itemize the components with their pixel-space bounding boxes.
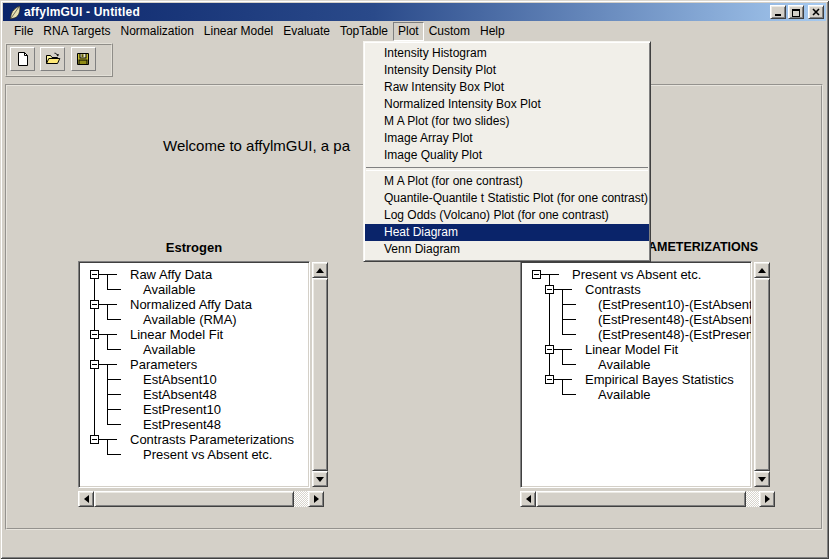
plot-menu-item-quantile-quantile-t-statistic-plot-for-one-contrast[interactable]: Quantile-Quantile t Statistic Plot (for … <box>365 190 649 207</box>
tree-expander-minus[interactable] <box>90 435 99 444</box>
tree-item-available[interactable]: Available <box>143 282 196 297</box>
plot-menu-item-venn-diagram[interactable]: Venn Diagram <box>365 241 649 258</box>
scroll-up-button[interactable] <box>754 262 770 278</box>
menubar-item-toptable[interactable]: TopTable <box>335 22 393 41</box>
tree-item-parameters[interactable]: Parameters <box>130 357 197 372</box>
scroll-up-button[interactable] <box>312 262 328 278</box>
tree-item-estpresent48[interactable]: EstPresent48 <box>143 417 221 432</box>
tree-item-contrasts[interactable]: Contrasts <box>585 282 641 297</box>
tree-expander-minus[interactable] <box>532 270 541 279</box>
plot-menu-item-log-odds-volcano-plot-for-one-contrast[interactable]: Log Odds (Volcano) Plot (for one contras… <box>365 207 649 224</box>
plot-menu-item-intensity-density-plot[interactable]: Intensity Density Plot <box>365 62 649 79</box>
contrasts-tree-box[interactable]: Present vs Absent etc.Contrasts(EstPrese… <box>520 261 752 488</box>
menubar-item-linear-model[interactable]: Linear Model <box>199 22 278 41</box>
menubar-item-help[interactable]: Help <box>475 22 510 41</box>
scroll-right-button[interactable] <box>308 491 324 507</box>
tree-expander-minus[interactable] <box>545 285 554 294</box>
plot-menu: Intensity HistogramIntensity Density Plo… <box>363 41 651 262</box>
tree-connector-line <box>562 394 576 395</box>
plot-menu-item-intensity-histogram[interactable]: Intensity Histogram <box>365 45 649 62</box>
tree-connector-line <box>99 364 117 365</box>
tree-item-available[interactable]: Available <box>598 357 651 372</box>
contrasts-tree-hscrollbar[interactable] <box>520 491 775 507</box>
tree-connector-line <box>99 334 117 335</box>
menubar-item-rna-targets[interactable]: RNA Targets <box>38 22 115 41</box>
maximize-button[interactable] <box>788 5 804 19</box>
tree-connector-line <box>107 439 108 454</box>
hscroll-thumb[interactable] <box>536 491 746 507</box>
tree-item-estpresent48-estpresent10[interactable]: (EstPresent48)-(EstPresent10) <box>598 327 752 342</box>
menubar-item-file[interactable]: File <box>9 22 38 41</box>
tree-item-estpresent10[interactable]: EstPresent10 <box>143 402 221 417</box>
tree-connector-line <box>554 349 572 350</box>
tree-item-raw-affy-data[interactable]: Raw Affy Data <box>130 267 212 282</box>
tree-item-available[interactable]: Available <box>143 342 196 357</box>
tree-connector-line <box>99 304 117 305</box>
tree-item-present-vs-absent-etc[interactable]: Present vs Absent etc. <box>143 447 272 462</box>
scroll-down-button[interactable] <box>754 471 770 487</box>
estrogen-tree-canvas: Raw Affy DataAvailableNormalized Affy Da… <box>82 267 307 485</box>
menu-bar: FileRNA TargetsNormalizationLinear Model… <box>3 21 826 41</box>
tree-item-normalized-affy-data[interactable]: Normalized Affy Data <box>130 297 252 312</box>
hscroll-thumb[interactable] <box>94 491 294 507</box>
tree-item-present-vs-absent-etc[interactable]: Present vs Absent etc. <box>572 267 701 282</box>
tree-item-linear-model-fit[interactable]: Linear Model Fit <box>585 342 678 357</box>
plot-menu-item-image-quality-plot[interactable]: Image Quality Plot <box>365 147 649 164</box>
vscroll-thumb[interactable] <box>754 278 770 471</box>
plot-menu-item-normalized-intensity-box-plot[interactable]: Normalized Intensity Box Plot <box>365 96 649 113</box>
minimize-button[interactable] <box>770 5 786 19</box>
menubar-item-plot[interactable]: Plot <box>393 22 424 41</box>
menubar-item-normalization[interactable]: Normalization <box>116 22 199 41</box>
scroll-right-button[interactable] <box>759 491 775 507</box>
scroll-down-button[interactable] <box>312 471 328 487</box>
tree-expander-minus[interactable] <box>90 300 99 309</box>
triangle-left-icon <box>526 495 531 503</box>
welcome-text: Welcome to affylmGUI, a pa <box>163 137 350 154</box>
tree-item-available[interactable]: Available <box>598 387 651 402</box>
menubar-item-custom[interactable]: Custom <box>424 22 475 41</box>
tree-item-available-rma[interactable]: Available (RMA) <box>143 312 237 327</box>
tree-connector-line <box>562 319 576 320</box>
plot-menu-item-heat-diagram[interactable]: Heat Diagram <box>365 224 649 241</box>
scroll-left-button[interactable] <box>78 491 94 507</box>
tree-connector-line <box>94 274 95 439</box>
tree-connector-line <box>107 454 121 455</box>
triangle-up-icon <box>316 268 324 273</box>
new-file-button[interactable] <box>10 47 35 71</box>
tree-connector-line <box>107 424 121 425</box>
tree-connector-line <box>99 439 117 440</box>
contrasts-tree-vscrollbar[interactable] <box>754 262 770 487</box>
tree-item-linear-model-fit[interactable]: Linear Model Fit <box>130 327 223 342</box>
vscroll-thumb[interactable] <box>312 278 328 471</box>
contrasts-panel-title: AMETERIZATIONS <box>648 240 758 254</box>
plot-menu-item-raw-intensity-box-plot[interactable]: Raw Intensity Box Plot <box>365 79 649 96</box>
feather-app-icon <box>7 5 22 20</box>
scroll-left-button[interactable] <box>520 491 536 507</box>
plot-menu-item-image-array-plot[interactable]: Image Array Plot <box>365 130 649 147</box>
tree-expander-minus[interactable] <box>90 270 99 279</box>
tree-item-estpresent48-estabsent48[interactable]: (EstPresent48)-(EstAbsent48) <box>598 312 752 327</box>
estrogen-tree-vscrollbar[interactable] <box>312 262 328 487</box>
tree-expander-minus[interactable] <box>90 360 99 369</box>
open-file-button[interactable] <box>40 47 65 71</box>
tree-connector-line <box>541 274 559 275</box>
plot-menu-item-m-a-plot-for-one-contrast[interactable]: M A Plot (for one contrast) <box>365 173 649 190</box>
triangle-right-icon <box>314 495 319 503</box>
tree-item-empirical-bayes-statistics[interactable]: Empirical Bayes Statistics <box>585 372 734 387</box>
open-folder-icon <box>45 51 61 67</box>
tree-item-estpresent10-estabsent10[interactable]: (EstPresent10)-(EstAbsent10) <box>598 297 752 312</box>
tree-item-estabsent10[interactable]: EstAbsent10 <box>143 372 217 387</box>
app-window: affylmGUI - Untitled FileRNA TargetsNorm… <box>0 0 829 559</box>
tree-expander-minus[interactable] <box>90 330 99 339</box>
tree-expander-minus[interactable] <box>545 375 554 384</box>
estrogen-tree-box[interactable]: Raw Affy DataAvailableNormalized Affy Da… <box>78 261 310 488</box>
tree-item-estabsent48[interactable]: EstAbsent48 <box>143 387 217 402</box>
triangle-right-icon <box>765 495 770 503</box>
estrogen-tree-hscrollbar[interactable] <box>78 491 324 507</box>
tree-item-contrasts-parameterizations[interactable]: Contrasts Parameterizations <box>130 432 294 447</box>
menubar-item-evaluate[interactable]: Evaluate <box>278 22 335 41</box>
save-file-button[interactable] <box>71 47 96 71</box>
tree-expander-minus[interactable] <box>545 345 554 354</box>
plot-menu-item-m-a-plot-for-two-slides[interactable]: M A Plot (for two slides) <box>365 113 649 130</box>
close-button[interactable] <box>808 5 824 19</box>
